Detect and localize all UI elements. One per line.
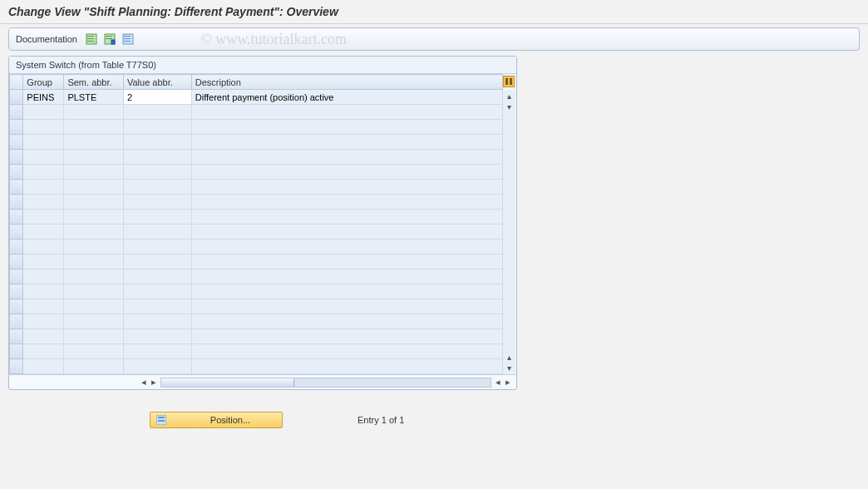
hscroll-track[interactable] [160, 378, 491, 388]
cell-description[interactable] [191, 210, 502, 225]
cell-group[interactable] [23, 329, 64, 344]
column-header-value-abbr[interactable]: Value abbr. [123, 75, 191, 90]
row-selector[interactable] [10, 344, 23, 359]
cell-value-abbr[interactable] [123, 254, 191, 269]
cell-value-abbr[interactable] [123, 150, 191, 165]
scroll-down-bottom-icon[interactable]: ▾ [504, 363, 514, 373]
cell-description[interactable] [191, 359, 502, 374]
cell-sem-abbr[interactable] [64, 269, 124, 284]
cell-value-abbr[interactable] [123, 120, 191, 135]
cell-description[interactable] [191, 165, 502, 180]
row-selector[interactable] [10, 240, 23, 254]
row-selector[interactable] [10, 210, 23, 225]
vertical-scrollbar[interactable]: ▴ ▾ ▴ ▾ [503, 91, 515, 374]
cell-description[interactable] [191, 135, 502, 150]
column-header-description[interactable]: Description [191, 75, 502, 90]
position-button[interactable]: Position... [150, 412, 283, 428]
row-selector[interactable] [10, 284, 23, 299]
cell-description[interactable] [191, 344, 502, 359]
cell-description[interactable] [191, 195, 502, 210]
cell-group[interactable] [23, 135, 64, 150]
hscroll-thumb[interactable] [161, 378, 294, 387]
cell-description[interactable] [191, 254, 502, 269]
cell-sem-abbr[interactable] [64, 210, 124, 225]
cell-group[interactable] [23, 105, 64, 120]
cell-sem-abbr[interactable] [64, 254, 124, 269]
cell-value-abbr[interactable] [123, 359, 191, 374]
row-selector[interactable] [10, 254, 23, 269]
row-selector[interactable] [10, 195, 23, 210]
cell-group[interactable] [23, 150, 64, 165]
column-header-group[interactable]: Group [23, 75, 64, 90]
cell-group[interactable] [23, 344, 64, 359]
cell-sem-abbr[interactable] [64, 165, 124, 180]
cell-value-abbr[interactable] [123, 135, 191, 150]
cell-group[interactable] [23, 299, 64, 314]
cell-sem-abbr[interactable] [64, 180, 124, 195]
cell-sem-abbr[interactable] [64, 359, 124, 374]
documentation-button[interactable]: Documentation [16, 34, 77, 44]
row-selector[interactable] [10, 105, 23, 120]
cell-value-abbr[interactable] [123, 314, 191, 329]
row-selector[interactable] [10, 269, 23, 284]
row-selector[interactable] [10, 120, 23, 135]
row-selector[interactable] [10, 135, 23, 150]
cell-description[interactable] [191, 299, 502, 314]
cell-value-abbr[interactable] [123, 284, 191, 299]
cell-description[interactable]: Different payment (position) active [191, 90, 502, 105]
cell-value-abbr[interactable] [123, 299, 191, 314]
cell-description[interactable] [191, 314, 502, 329]
cell-description[interactable] [191, 180, 502, 195]
cell-sem-abbr[interactable] [64, 105, 124, 120]
cell-value-abbr[interactable] [123, 210, 191, 225]
cell-sem-abbr[interactable] [64, 120, 124, 135]
row-selector[interactable] [10, 314, 23, 329]
cell-description[interactable] [191, 105, 502, 120]
cell-value-abbr[interactable] [123, 269, 191, 284]
cell-sem-abbr[interactable] [64, 240, 124, 254]
cell-sem-abbr[interactable]: PLSTE [64, 90, 124, 105]
cell-group[interactable] [23, 165, 64, 180]
cell-sem-abbr[interactable] [64, 195, 124, 210]
cell-sem-abbr[interactable] [64, 225, 124, 240]
cell-sem-abbr[interactable] [64, 344, 124, 359]
cell-value-abbr[interactable] [123, 225, 191, 240]
cell-value-abbr[interactable] [123, 344, 191, 359]
cell-group[interactable] [23, 284, 64, 299]
cell-value-abbr[interactable] [123, 105, 191, 120]
cell-sem-abbr[interactable] [64, 329, 124, 344]
scroll-up-icon[interactable]: ▴ [504, 91, 514, 101]
cell-group[interactable] [23, 225, 64, 240]
delimit-entry-icon[interactable] [121, 32, 136, 47]
cell-value-abbr[interactable]: 2 [123, 90, 191, 105]
cell-group[interactable]: PEINS [23, 90, 64, 105]
cell-sem-abbr[interactable] [64, 150, 124, 165]
cell-sem-abbr[interactable] [64, 135, 124, 150]
table-settings-icon[interactable] [503, 76, 515, 87]
cell-group[interactable] [23, 180, 64, 195]
cell-sem-abbr[interactable] [64, 284, 124, 299]
scroll-right-end-icon[interactable]: ▸ [503, 377, 513, 388]
scroll-up-bottom-icon[interactable]: ▴ [504, 353, 514, 363]
cell-description[interactable] [191, 150, 502, 165]
cell-value-abbr[interactable] [123, 329, 191, 344]
row-selector[interactable] [10, 180, 23, 195]
scroll-left-icon[interactable]: ◂ [139, 377, 149, 388]
cell-group[interactable] [23, 269, 64, 284]
cell-sem-abbr[interactable] [64, 314, 124, 329]
cell-value-abbr[interactable] [123, 195, 191, 210]
cell-description[interactable] [191, 240, 502, 254]
cell-description[interactable] [191, 120, 502, 135]
cell-group[interactable] [23, 359, 64, 374]
cell-group[interactable] [23, 254, 64, 269]
create-entry-icon[interactable] [84, 32, 99, 47]
scroll-left-end-icon[interactable]: ◂ [493, 377, 503, 388]
cell-sem-abbr[interactable] [64, 299, 124, 314]
cell-group[interactable] [23, 195, 64, 210]
row-selector[interactable] [10, 299, 23, 314]
row-selector[interactable] [10, 90, 23, 105]
column-header-sem-abbr[interactable]: Sem. abbr. [64, 75, 124, 90]
scroll-right-icon[interactable]: ▸ [149, 377, 159, 388]
selector-column-header[interactable] [10, 75, 23, 90]
cell-group[interactable] [23, 210, 64, 225]
